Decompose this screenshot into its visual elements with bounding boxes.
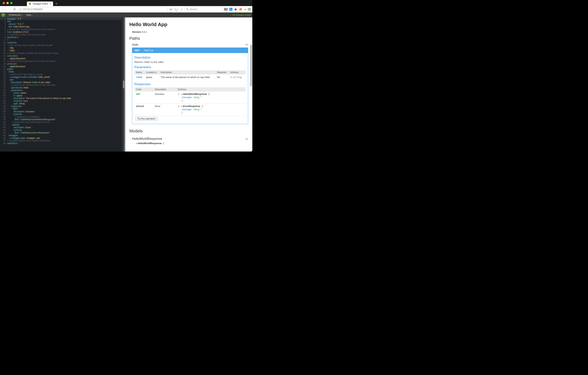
path-name: /hello — [132, 43, 138, 46]
editor-line[interactable]: 1swagger: "2.0" — [0, 17, 124, 20]
pane-splitter[interactable] — [124, 17, 125, 152]
model-name: HelloWorldResponse — [132, 137, 162, 141]
editor-line[interactable]: 43 schema: — [0, 129, 124, 131]
editor-line[interactable]: 35 "200": — [0, 108, 124, 110]
editor-line[interactable]: 13 - https — [0, 49, 124, 52]
overflow-icon[interactable]: » — [244, 8, 246, 11]
search-field[interactable]: 🔍 Search — [185, 7, 223, 11]
editor-line[interactable]: 39 $ref: "#/definitions/HelloWorldRespon… — [0, 118, 124, 121]
save-status: All changes saved — [230, 14, 251, 16]
editor-line[interactable]: 30 in: query — [0, 94, 124, 97]
editor-line[interactable]: 20paths: — [0, 68, 124, 71]
editor-line[interactable]: 11 # tip: remove http to make production… — [0, 44, 124, 47]
model-header[interactable]: HelloWorldResponse ↩ — [129, 135, 248, 142]
editor-line[interactable]: 14# format of bodies a client can send (… — [0, 52, 124, 54]
forward-button[interactable]: → — [7, 7, 11, 11]
editor-line[interactable]: 48definitions: — [0, 142, 124, 145]
zoom-window-icon[interactable] — [10, 2, 12, 4]
back-button[interactable]: ← — [1, 7, 6, 11]
col-code: Code — [135, 87, 153, 92]
version-value: 0.0.1 — [142, 31, 147, 33]
tampermonkey-icon[interactable]: 🐵 — [239, 8, 242, 11]
editor-line[interactable]: 45 /swagger: — [0, 134, 124, 137]
menu-preferences[interactable]: Preferences — [9, 14, 22, 16]
editor-line[interactable]: 9# — [0, 39, 124, 41]
editor-line[interactable]: 46 x-swagger-pipe: swagger_raw — [0, 137, 124, 139]
editor-line[interactable]: 12 - http — [0, 47, 124, 49]
yaml-editor[interactable]: 1swagger: "2.0"2info:3 version: "0.0.1"4… — [0, 17, 124, 152]
editor-line[interactable]: 25 description: Returns 'Hello' to the c… — [0, 81, 124, 84]
split-pane: 1swagger: "2.0"2info:3 version: "0.0.1"4… — [0, 17, 252, 152]
hamburger-menu-icon[interactable] — [248, 8, 251, 10]
search-placeholder: Search — [190, 8, 197, 10]
editor-line[interactable]: 2info: — [0, 20, 124, 23]
version-label: Version — [132, 31, 141, 33]
new-tab-button[interactable]: + — [54, 1, 59, 6]
pinterest-icon[interactable]: ◉ — [234, 7, 237, 11]
menu-help[interactable]: Help — [26, 14, 32, 16]
description-heading: Description — [135, 56, 246, 60]
editor-line[interactable]: 41 default: — [0, 124, 124, 126]
editor-line[interactable]: 15consumes: — [0, 54, 124, 57]
extension-icon[interactable]: ⬚ — [229, 8, 232, 11]
close-window-icon[interactable] — [3, 2, 5, 4]
api-version: Version 0.0.1 — [129, 31, 248, 33]
collapse-model-icon[interactable]: ↩ — [246, 137, 248, 141]
editor-line[interactable]: 40 # responses may fall through to error… — [0, 121, 124, 124]
col-desc: Description — [159, 70, 215, 74]
editor-line[interactable]: 17# format of the responses to the clien… — [0, 60, 124, 62]
editor-line[interactable]: 16 - application/json — [0, 57, 124, 60]
more-icon[interactable]: ••• — [169, 8, 173, 11]
editor-line[interactable]: 44 $ref: "#/definitions/ErrorResponse" — [0, 131, 124, 134]
api-title: Hello World App — [129, 21, 248, 27]
browser-tab[interactable]: Swagger Editor × — [27, 1, 53, 6]
path-header[interactable]: /hello ↩ — [129, 42, 248, 48]
editor-line[interactable]: 27 operationId: hello — [0, 86, 124, 89]
editor-line[interactable]: 18produces: — [0, 62, 124, 65]
url-field[interactable]: i 127.0.0.1:57614/#!/ — [18, 7, 168, 11]
param-row: namequeryThe name of the person to whom … — [135, 74, 246, 80]
col-name: Name — [135, 70, 145, 74]
site-info-icon[interactable]: i — [19, 8, 22, 10]
editor-line[interactable]: 19 - application/json — [0, 65, 124, 68]
editor-line[interactable]: 3 version: "0.0.1" — [0, 23, 124, 25]
editor-line[interactable]: 26 # used as the method name of the cont… — [0, 84, 124, 86]
editor-line[interactable]: 22 # binds a127 app logic to a route — [0, 73, 124, 76]
editor-line[interactable]: 38 # a pointer to a definition — [0, 115, 124, 118]
favicon-icon — [29, 3, 31, 5]
try-operation-button[interactable]: Try this operation — [135, 117, 158, 121]
editor-line[interactable]: 24 get: — [0, 78, 124, 81]
editor-line[interactable]: 31 description: The name of the person t… — [0, 97, 124, 100]
editor-line[interactable]: 10schemes: — [0, 41, 124, 44]
titlebar: Swagger Editor × + — [0, 0, 252, 6]
editor-line[interactable]: 8basePath: / — [0, 36, 124, 39]
editor-line[interactable]: 4 title: Hello World App — [0, 25, 124, 28]
splitter-handle-icon[interactable] — [123, 81, 125, 88]
model-schema-name: HelloWorldResponse — [138, 142, 162, 145]
editor-line[interactable]: 32 required: false — [0, 100, 124, 102]
bookmark-star-icon[interactable]: ☆ — [180, 8, 183, 11]
editor-line[interactable]: 36 description: Success — [0, 110, 124, 113]
minimize-window-icon[interactable] — [6, 2, 9, 4]
editor-line[interactable]: 47# complex objects have schema definiti… — [0, 139, 124, 142]
pocket-icon[interactable] — [174, 8, 178, 11]
editor-line[interactable]: 28 parameters: — [0, 89, 124, 92]
editor-line[interactable]: 33 type: string — [0, 102, 124, 105]
reload-button[interactable]: ⟳ — [13, 8, 16, 11]
tab-close-icon[interactable]: × — [50, 2, 51, 5]
editor-line[interactable]: 34 responses: — [0, 105, 124, 108]
col-required: Required — [215, 70, 229, 74]
editor-line[interactable]: 21 /hello: — [0, 71, 124, 73]
editor-line[interactable]: 29 - name: name — [0, 92, 124, 94]
preview-scrollbar[interactable] — [250, 45, 252, 86]
responses-heading: Responses — [135, 82, 246, 86]
operation-header[interactable]: GET /hello — [132, 48, 248, 53]
editor-line[interactable]: 37 schema: — [0, 113, 124, 115]
library-icon[interactable] — [224, 8, 228, 10]
editor-line[interactable]: 23 x-swagger-router-controller: hello_wo… — [0, 76, 124, 78]
collapse-path-icon[interactable]: ↩ — [246, 43, 248, 46]
editor-line[interactable]: 5# during dev, should point to your loca… — [0, 28, 124, 31]
editor-line[interactable]: 42 description: Error — [0, 126, 124, 129]
editor-line[interactable]: 7# basePath prefixes all resource paths — [0, 33, 124, 36]
editor-line[interactable]: 6host: localhost:10010 — [0, 31, 124, 33]
